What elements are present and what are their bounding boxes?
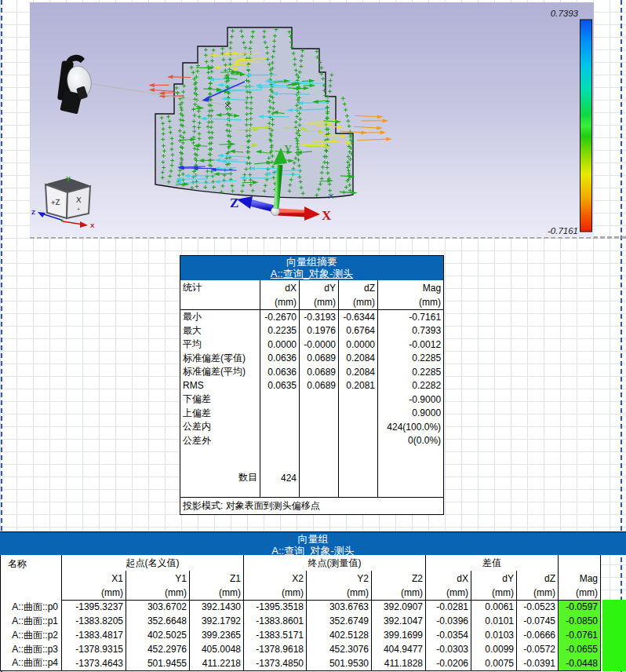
summary-header-row: 统计 dX dY dZ Mag: [180, 280, 444, 296]
count-value: 424: [260, 471, 300, 485]
unit-label: (mm): [339, 296, 378, 310]
point-name: A::曲面::p1: [1, 614, 62, 628]
vector-units-row: (mm) (mm) (mm) (mm) (mm) (mm) (mm) (mm) …: [1, 586, 601, 600]
mag-cell: -0.0850: [559, 614, 601, 628]
summary-col-header: dZ: [339, 280, 378, 296]
unit-label: (mm): [300, 296, 339, 310]
summary-count-row: 数目 424: [180, 471, 444, 485]
vector-group-header-row: 名称 起点(名义值) 终点(测量值) 差值: [1, 555, 601, 571]
end-group-header: 终点(测量值): [244, 555, 426, 571]
point-name: A::曲面::p2: [1, 628, 62, 642]
vector-table-title: 向量组: [0, 533, 626, 545]
summary-row-max: 最大 0.2235 0.1976 0.6764 0.7393: [180, 324, 444, 338]
mag-cell: -0.0761: [559, 628, 601, 642]
table-row: A::曲面::p0 -1395.3237 303.6702 392.1430 -…: [1, 600, 601, 614]
projection-mode-note: 投影模式: 对象表面到测头偏移点: [180, 498, 444, 515]
summary-row-in-tol: 公差内 424(100.0%): [180, 420, 444, 434]
mag-cell: -0.0655: [559, 642, 601, 656]
summary-row-stddev-zero: 标准偏差(零值) 0.0636 0.0689 0.2084 0.2285: [180, 352, 444, 365]
summary-col-header: dX: [260, 280, 300, 296]
unit-label: (mm): [378, 296, 444, 310]
summary-row-rms: RMS 0.0635 0.0689 0.2081 0.2282: [180, 379, 444, 393]
summary-row-min: 最小 -0.2670 -0.3193 -0.6344 -0.7161: [180, 310, 444, 324]
summary-col-header: 统计: [180, 280, 260, 296]
point-name: A::曲面::p4: [1, 656, 62, 670]
vector-table-title-bar: 向量组 A::查询_对象-测头: [0, 531, 626, 555]
mag-cell: -0.0448: [559, 656, 601, 670]
probe-device[interactable]: [57, 55, 94, 115]
start-group-header: 起点(名义值): [62, 555, 244, 571]
cube-face-label-right: X: [76, 195, 82, 204]
triad-label-z: Z: [230, 195, 238, 210]
summary-footer-row: 投影模式: 对象表面到测头偏移点: [180, 498, 444, 515]
summary-col-header: Mag: [378, 280, 444, 296]
table-row: A::曲面::p2 -1383.4817 402.5025 399.2365 -…: [1, 628, 601, 642]
cube-axis-label-y: Y: [66, 175, 71, 183]
delta-group-header: 差值: [426, 555, 559, 571]
cube-face-label-front: +Z: [50, 198, 60, 207]
summary-row-upper-tol: 上偏差 0.9000: [180, 407, 444, 420]
view-cube[interactable]: +Z X + Y Z X: [31, 175, 95, 229]
color-scale[interactable]: 0.7393 -0.7161: [548, 9, 592, 236]
cube-axis-label-x: X: [90, 222, 95, 229]
summary-spacer-row: [180, 485, 444, 498]
3d-viewport[interactable]: +Z X + Y Z X Y Z X 0.7393 -0.7161: [30, 2, 594, 237]
table-row: A::曲面::p3 -1378.9315 452.2976 405.0048 -…: [1, 642, 601, 656]
point-name: A::曲面::p3: [1, 642, 62, 656]
table-row: A::曲面::p4 -1373.4643 501.9455 411.2218 -…: [1, 656, 601, 670]
summary-spacer-row: [180, 447, 444, 471]
count-label: 数目: [180, 471, 260, 485]
color-scale-max: 0.7393: [551, 9, 579, 18]
deviation-color-strip: [602, 600, 626, 671]
mag-cell: -0.0597: [559, 600, 601, 614]
summary-col-header: dY: [300, 280, 339, 296]
vector-group-summary-table: 向量组摘要 A::查询_对象-测头 统计 dX dY dZ Mag (mm) (…: [180, 255, 444, 515]
point-name: A::曲面::p0: [1, 600, 62, 614]
triad-label-y: Y: [284, 144, 292, 155]
vector-col-header-row: X1 Y1 Z1 X2 Y2 Z2 dX dY dZ Mag: [1, 571, 601, 586]
summary-title: 向量组摘要: [180, 256, 443, 268]
unit-label: (mm): [260, 296, 300, 310]
table-row: A::曲面::p1 -1383.8205 352.6648 392.1792 -…: [1, 614, 601, 628]
page-break-line-right: [621, 0, 622, 672]
vector-group-table: 名称 起点(名义值) 终点(测量值) 差值 X1 Y1 Z1 X2 Y2 Z2 …: [0, 555, 601, 671]
summary-row-mean: 平均 0.0000 -0.0000 0.0000 -0.0012: [180, 338, 444, 352]
viewport-canvas[interactable]: +Z X + Y Z X Y Z X 0.7393 -0.7161: [30, 2, 594, 237]
report-page: { "viewport": { "colorbar": { "max": "0.…: [0, 0, 626, 672]
name-col-header: 名称: [1, 555, 62, 600]
cube-face-glyph: +: [77, 206, 80, 212]
color-scale-min: -0.7161: [548, 226, 578, 236]
summary-title-bar: 向量组摘要 A::查询_对象-测头: [180, 256, 444, 280]
summary-units-row: (mm) (mm) (mm) (mm): [180, 296, 444, 310]
cube-axis-label-z: Z: [31, 209, 35, 216]
triad-label-x: X: [322, 208, 332, 223]
summary-subtitle: A::查询_对象-测头: [180, 268, 443, 279]
summary-row-out-tol: 公差外 0(0.0%): [180, 434, 444, 447]
summary-row-stddev-mean: 标准偏差(平均) 0.0636 0.0689 0.2084 0.2285: [180, 365, 444, 379]
summary-row-lower-tol: 下偏差 -0.9000: [180, 393, 444, 407]
